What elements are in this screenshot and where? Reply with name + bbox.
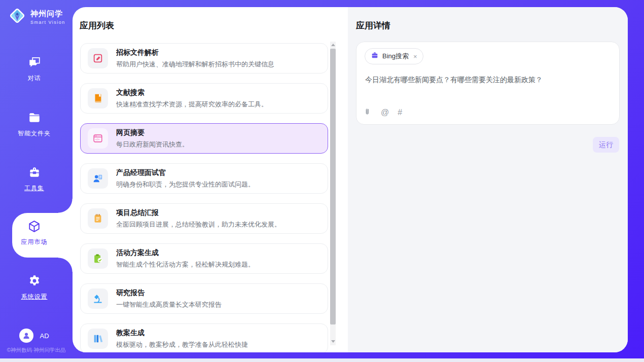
notepad-icon: [88, 208, 108, 229]
close-icon[interactable]: ×: [413, 53, 417, 60]
prompt-input[interactable]: 今日湖北有哪些新闻要点？有哪些需要关注的最新政策？: [365, 76, 609, 85]
copyright-text: ©神州数码·神州问学出品: [0, 347, 73, 354]
sidebar-item-toolset[interactable]: 工具集: [0, 166, 68, 193]
chat-icon: [28, 56, 41, 69]
browser-code-icon: </>: [88, 128, 108, 149]
app-card-desc: 模板驱动，教案秒成，教学准备从此轻松快捷: [116, 340, 248, 349]
books-icon: [88, 329, 108, 349]
app-detail-title: 应用详情: [356, 20, 390, 31]
hash-icon[interactable]: #: [398, 108, 402, 117]
app-card-title: 研究报告: [116, 288, 222, 298]
sidebar-item-smart-folder[interactable]: 智能文件夹: [0, 111, 68, 138]
app-card-desc: 全面回顾项目进展，总结经验教训，助力未来优化发展。: [116, 220, 281, 229]
tab-fillet-bottom: [58, 258, 73, 272]
content-shell: 应用列表 应用详情 招标文件解析 帮助用户快速、准确地理解和解析招标书中的关键信…: [73, 7, 628, 352]
run-button[interactable]: 运行: [593, 137, 619, 153]
sidebar-item-label: 应用市场: [0, 238, 68, 246]
app-card-research-report[interactable]: 研究报告 一键智能生成高质量长文本研究报告: [80, 283, 328, 314]
gear-icon: [28, 274, 41, 287]
brand-name: 神州问学: [30, 9, 65, 19]
app-card-desc: 智能生成个性化活动方案，轻松解决规划难题。: [116, 260, 255, 269]
toolbox-icon: [28, 166, 41, 179]
app-card-title: 项目总结汇报: [116, 208, 281, 218]
sidebar-item-app-market[interactable]: 应用市场: [0, 220, 68, 246]
app-card-title: 教案生成: [116, 329, 248, 338]
app-card-literature-search[interactable]: 文献搜索 快速精准查找学术资源，提高研究效率的必备工具。: [80, 83, 328, 114]
clipboard-check-icon: [88, 248, 108, 269]
app-card-title: 招标文件解析: [116, 48, 274, 57]
tab-fillet-top: [58, 199, 73, 213]
sidebar-item-label: 系统设置: [0, 293, 68, 301]
app-card-web-summary[interactable]: </> 网页摘要 每日政府新闻资讯快查。: [80, 123, 328, 154]
gem-logo-icon: [8, 7, 26, 27]
app-card-title: 文献搜索: [116, 88, 268, 97]
app-card-title: 活动方案生成: [116, 248, 255, 258]
scroll-up-arrow-icon[interactable]: [331, 44, 335, 46]
app-card-project-summary[interactable]: 项目总结汇报 全面回顾项目进展，总结经验教训，助力未来优化发展。: [80, 203, 328, 234]
app-card-desc: 快速精准查找学术资源，提高研究效率的必备工具。: [116, 100, 268, 109]
sidebar-item-chat[interactable]: 对话: [0, 56, 68, 83]
app-card-title: 产品经理面试官: [116, 168, 255, 177]
user-avatar-icon: [19, 329, 33, 343]
at-icon[interactable]: @: [381, 108, 389, 117]
book-icon: [88, 88, 108, 108]
app-card-lesson-plan[interactable]: 教案生成 模板驱动，教案秒成，教学准备从此轻松快捷: [80, 323, 328, 352]
microscope-icon: [88, 288, 108, 309]
app-card-title: 网页摘要: [116, 128, 189, 137]
cube-icon: [27, 226, 41, 235]
app-card-desc: 每日政府新闻资讯快查。: [116, 140, 189, 149]
sidebar-item-label: 智能文件夹: [0, 129, 68, 138]
app-frame: 神州问学 Smart Vision 对话 智能文件夹: [0, 0, 644, 358]
edit-note-icon: [88, 48, 108, 68]
user-account[interactable]: AD: [0, 329, 68, 343]
user-name: AD: [40, 332, 49, 340]
app-list-title: 应用列表: [80, 20, 114, 31]
app-card-tender-analysis[interactable]: 招标文件解析 帮助用户快速、准确地理解和解析招标书中的关键信息: [80, 43, 328, 74]
tool-chip-bing-search[interactable]: Bing搜索 ×: [365, 48, 423, 64]
brand-logo: 神州问学 Smart Vision: [8, 7, 65, 27]
list-scrollbar-thumb[interactable]: [330, 49, 336, 324]
briefcase-icon: [371, 51, 379, 61]
app-list: 招标文件解析 帮助用户快速、准确地理解和解析招标书中的关键信息 文献搜索 快速精…: [80, 43, 328, 352]
interviewer-icon: [88, 168, 108, 189]
folder-icon: [28, 111, 41, 124]
svg-text:</>: </>: [95, 138, 100, 141]
brand-subtitle: Smart Vision: [30, 20, 65, 25]
app-card-pm-interviewer[interactable]: 产品经理面试官 明确身份和职责，为您提供专业性的面试问题。: [80, 163, 328, 194]
prompt-card[interactable]: Bing搜索 × 今日湖北有哪些新闻要点？有哪些需要关注的最新政策？ @ #: [356, 42, 620, 125]
composer-toolbar: @ #: [365, 107, 402, 118]
tool-chip-label: Bing搜索: [382, 52, 409, 61]
app-card-desc: 帮助用户快速、准确地理解和解析招标书中的关键信息: [116, 60, 274, 69]
paperclip-icon[interactable]: [365, 107, 372, 118]
sidebar-item-label: 工具集: [0, 184, 68, 193]
sidebar-item-settings[interactable]: 系统设置: [0, 274, 68, 301]
app-card-desc: 一键智能生成高质量长文本研究报告: [116, 300, 222, 309]
app-card-event-plan[interactable]: 活动方案生成 智能生成个性化活动方案，轻松解决规划难题。: [80, 243, 328, 274]
app-card-desc: 明确身份和职责，为您提供专业性的面试问题。: [116, 180, 255, 189]
sidebar-item-label: 对话: [0, 74, 68, 83]
scroll-down-arrow-icon[interactable]: [331, 340, 335, 343]
